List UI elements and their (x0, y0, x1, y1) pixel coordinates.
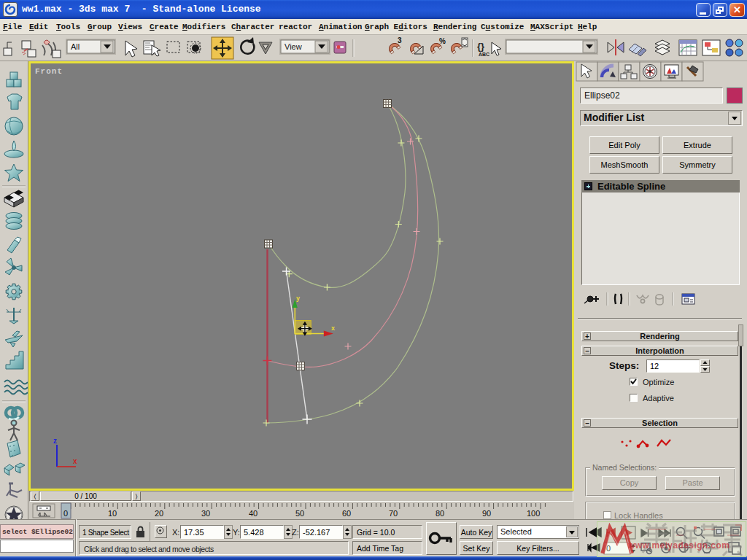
svg-text:50: 50 (295, 509, 304, 518)
svg-text:x: x (73, 457, 77, 465)
svg-text:View: View (285, 42, 302, 51)
svg-text:60: 60 (342, 509, 351, 518)
svg-text:70: 70 (389, 509, 398, 518)
svg-text:3: 3 (398, 36, 402, 44)
svg-text:40: 40 (249, 509, 258, 518)
svg-text:20: 20 (155, 509, 163, 518)
svg-text:90: 90 (482, 509, 491, 518)
svg-text:{}: {} (477, 41, 484, 52)
svg-text:10: 10 (108, 509, 117, 518)
svg-text:100: 100 (527, 509, 540, 518)
svg-text:80: 80 (436, 509, 444, 518)
svg-text:0: 0 (63, 509, 68, 518)
svg-text:ABC: ABC (479, 52, 489, 57)
svg-text:%: % (439, 37, 446, 45)
svg-text:y: y (296, 295, 300, 302)
svg-text:30: 30 (201, 509, 210, 518)
svg-text:z: z (53, 437, 57, 445)
svg-text:x: x (331, 324, 335, 332)
svg-text:All: All (71, 42, 80, 51)
